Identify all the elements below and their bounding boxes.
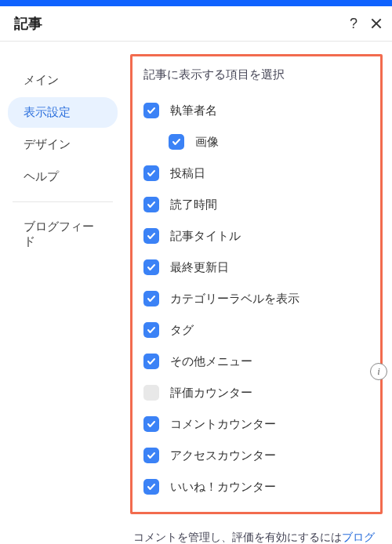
panel-body: メイン 表示設定 デザイン ヘルプ ブログフィード 記事に表示する項目を選択 執… xyxy=(0,42,392,544)
footer-prefix: コメントを管理し、評価を有効にするには xyxy=(133,531,342,543)
option-label: 読了時間 xyxy=(170,198,217,212)
sidebar-item-blogfeed[interactable]: ブログフィード xyxy=(8,212,118,257)
option-row[interactable]: 執筆者名 xyxy=(143,95,369,126)
checkbox-icon[interactable] xyxy=(143,291,159,306)
option-row[interactable]: 記事タイトル xyxy=(143,220,369,252)
checkbox-icon[interactable] xyxy=(143,416,159,432)
option-label: いいね！カウンター xyxy=(170,480,276,495)
option-row[interactable]: 投稿日 xyxy=(143,158,369,189)
option-label: 投稿日 xyxy=(170,166,205,181)
option-row[interactable]: タグ xyxy=(143,314,369,346)
option-row[interactable]: コメントカウンター xyxy=(143,408,369,440)
section-title: 記事に表示する項目を選択 xyxy=(143,67,369,82)
checkbox-icon[interactable] xyxy=(143,103,159,118)
checkbox-icon[interactable] xyxy=(169,134,184,150)
checkbox-icon[interactable] xyxy=(143,165,159,181)
checkbox-icon[interactable] xyxy=(143,197,159,212)
checkbox-icon[interactable] xyxy=(143,354,159,369)
option-row[interactable]: アクセスカウンター xyxy=(143,440,369,471)
option-row[interactable]: いいね！カウンター xyxy=(143,471,369,502)
panel-header: 記事 ? xyxy=(0,6,392,42)
option-row[interactable]: その他メニュー xyxy=(143,346,369,377)
panel-title: 記事 xyxy=(14,14,350,33)
option-label: コメントカウンター xyxy=(170,417,276,432)
checkbox-icon[interactable] xyxy=(143,228,159,244)
sidebar-item-main[interactable]: メイン xyxy=(8,65,118,96)
sidebar-item-design[interactable]: デザイン xyxy=(8,129,118,160)
footer-text: コメントを管理し、評価を有効にするにはブログ設定に移動します xyxy=(130,528,383,544)
sidebar-item-display[interactable]: 表示設定 xyxy=(8,97,118,128)
sidebar: メイン 表示設定 デザイン ヘルプ ブログフィード xyxy=(0,42,125,544)
option-row[interactable]: 読了時間 xyxy=(143,189,369,220)
sidebar-divider xyxy=(13,201,113,202)
checkbox-icon[interactable] xyxy=(143,259,159,275)
info-icon[interactable]: i xyxy=(370,363,387,380)
option-label: タグ xyxy=(170,323,194,338)
help-icon[interactable]: ? xyxy=(350,16,358,32)
option-label: 最終更新日 xyxy=(170,260,229,275)
options-list: 執筆者名画像投稿日読了時間記事タイトル最終更新日カテゴリーラベルを表示タグその他… xyxy=(143,95,369,502)
option-row[interactable]: 最終更新日 xyxy=(143,252,369,283)
close-icon[interactable] xyxy=(370,17,383,30)
checkbox-icon[interactable] xyxy=(143,448,159,463)
option-label: 記事タイトル xyxy=(170,229,241,244)
main-content: 記事に表示する項目を選択 執筆者名画像投稿日読了時間記事タイトル最終更新日カテゴ… xyxy=(125,42,392,544)
checkbox-icon[interactable] xyxy=(143,322,159,338)
checkbox-icon[interactable] xyxy=(143,479,159,495)
option-label: 執筆者名 xyxy=(170,103,217,118)
option-label: カテゴリーラベルを表示 xyxy=(170,292,299,306)
window-topbar xyxy=(0,0,392,6)
highlight-box: 記事に表示する項目を選択 執筆者名画像投稿日読了時間記事タイトル最終更新日カテゴ… xyxy=(130,54,383,514)
header-actions: ? xyxy=(350,16,383,32)
option-row[interactable]: 評価カウンター xyxy=(143,377,369,408)
option-row[interactable]: カテゴリーラベルを表示 xyxy=(143,283,369,314)
option-label: 画像 xyxy=(195,135,219,150)
option-label: その他メニュー xyxy=(170,354,252,369)
option-row[interactable]: 画像 xyxy=(143,126,369,158)
option-label: 評価カウンター xyxy=(170,386,252,401)
option-label: アクセスカウンター xyxy=(170,448,276,463)
sidebar-item-help[interactable]: ヘルプ xyxy=(8,161,118,192)
checkbox-icon[interactable] xyxy=(143,385,159,401)
